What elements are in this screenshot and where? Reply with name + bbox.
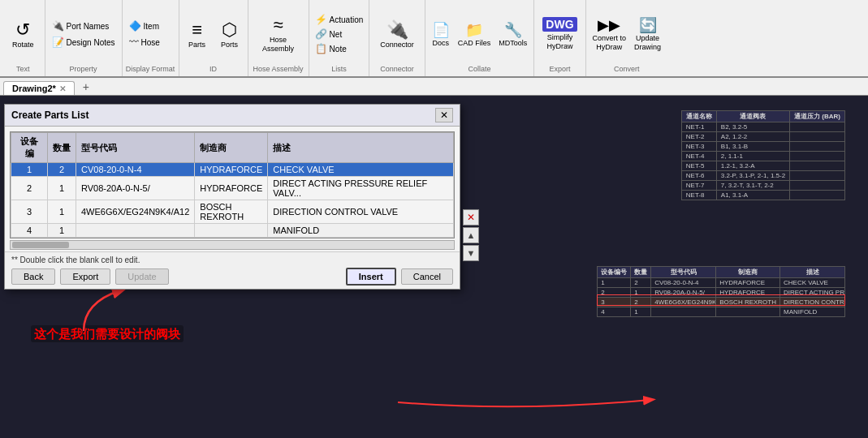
hose-assembly-group-label: Hose Assembly (253, 65, 304, 73)
create-parts-list-dialog: Create Parts List ✕ 设备编 数量 型号代码 制造商 描述 (4, 104, 460, 290)
dialog-close-btn[interactable]: ✕ (435, 108, 453, 122)
rotate-btn[interactable]: ↺ Rotate (6, 3, 40, 65)
docs-btn[interactable]: 📄 Docs (429, 19, 453, 49)
manifold-arrow-svg (80, 286, 145, 335)
side-scroll-panel: ✕ ▲ ▼ (463, 209, 479, 261)
hose-btn[interactable]: 〰 Hose (126, 35, 175, 49)
design-notes-btn[interactable]: 📝 Design Notes (49, 35, 119, 49)
note-btn[interactable]: 📋 Note (313, 42, 366, 55)
property-group: 🔌 Port Names 📝 Design Notes Property (45, 0, 123, 76)
ribbon: ↺ Rotate Text 🔌 Port Names 📝 Design Note… (0, 0, 868, 78)
drawing2-tab[interactable]: Drawing2* ✕ (3, 81, 75, 95)
network-table-container: 通道名称 通道阀表 通道压力 (BAR) NET-1B2, 3.2-5NET-2… (681, 110, 845, 200)
lists-group: ⚡ Actuation 🔗 Net 📋 Note Lists (309, 0, 370, 76)
main-area: 通道名称 通道阀表 通道压力 (BAR) NET-1B2, 3.2-5NET-2… (0, 96, 868, 438)
back-btn[interactable]: Back (11, 268, 55, 285)
collate-group: 📄 Docs 📁 CAD Files 🔧 MDTools Collate (425, 0, 535, 76)
net-btn[interactable]: 🔗 Net (313, 28, 366, 41)
dialog-footer: ** Double click the blank cell to edit. … (5, 251, 460, 289)
parts-cad-table-container: 设备编号 数量 型号代码 制造商 描述 12CV08-20-0-N-4HYDRA… (597, 266, 845, 317)
convert-group: ▶▶ Convert toHyDraw 🔄 UpdateDrawing Conv… (586, 0, 668, 76)
convert-to-hydraw-btn[interactable]: ▶▶ Convert toHyDraw (589, 15, 630, 54)
cancel-btn[interactable]: Cancel (401, 268, 453, 285)
manifold-annotation: 这个是我们需要设计的阀块 (31, 327, 184, 342)
hose-assembly-group: ≈ HoseAssembly Hose Assembly (248, 0, 309, 76)
side-close-btn[interactable]: ✕ (463, 209, 479, 225)
actuation-btn[interactable]: ⚡ Actuation (313, 13, 366, 26)
id-group-label: ID (183, 65, 244, 73)
export-btn[interactable]: Export (60, 268, 110, 285)
table-row[interactable]: 12CV08-20-0-N-4HYDRAFORCECHECK VALVE (11, 163, 454, 177)
network-table: 通道名称 通道阀表 通道压力 (BAR) NET-1B2, 3.2-5NET-2… (681, 110, 845, 200)
rotate-label: Rotate (12, 41, 34, 49)
hscroll-thumb[interactable] (12, 242, 69, 248)
parts-cad-table: 设备编号 数量 型号代码 制造商 描述 12CV08-20-0-N-4HYDRA… (597, 266, 845, 317)
hscroll[interactable] (10, 240, 455, 250)
update-drawing-btn[interactable]: 🔄 UpdateDrawing (631, 15, 664, 54)
dialog-title: Create Parts List (11, 110, 89, 121)
parts-table-wrapper: 设备编 数量 型号代码 制造商 描述 12CV08-20-0-N-4HYDRAF… (10, 131, 455, 238)
text-group: ↺ Rotate Text (2, 0, 45, 76)
side-up-btn[interactable]: ▲ (463, 227, 479, 243)
connector-group: 🔌 Connector Connector (369, 0, 425, 76)
property-group-label: Property (49, 65, 119, 73)
lists-group-label: Lists (313, 65, 366, 73)
status-text: ** Double click the blank cell to edit. (11, 256, 453, 264)
add-tab[interactable]: + (76, 79, 96, 95)
dialog-body: 设备编 数量 型号代码 制造商 描述 12CV08-20-0-N-4HYDRAF… (5, 127, 460, 251)
export-group-label: Export (539, 65, 580, 73)
port-names-btn[interactable]: 🔌 Port Names (49, 19, 119, 33)
cad-files-btn[interactable]: 📁 CAD Files (455, 19, 494, 49)
id-group: ≡ Parts ⬡ Ports ID (179, 0, 248, 76)
tab-bar: Drawing2* ✕ + (0, 78, 868, 96)
ports-btn[interactable]: ⬡ Ports (215, 15, 244, 53)
parts-table: 设备编 数量 型号代码 制造商 描述 12CV08-20-0-N-4HYDRAF… (11, 132, 454, 238)
dialog-title-bar[interactable]: Create Parts List ✕ (5, 105, 460, 127)
export-group: DWG SimplifyHyDraw Export (534, 0, 585, 76)
parts-btn[interactable]: ≡ Parts (183, 15, 212, 53)
mdtools-btn[interactable]: 🔧 MDTools (495, 19, 530, 49)
table-row[interactable]: 314WE6G6X/EG24N9K4/A12BOSCH REXROTHDIREC… (11, 200, 454, 224)
item-btn[interactable]: 🔷 Item (126, 19, 175, 33)
collate-group-label: Collate (429, 65, 531, 73)
tab-close-icon[interactable]: ✕ (59, 84, 66, 93)
button-row: Back Export Update Insert Cancel (11, 268, 453, 286)
side-down-btn[interactable]: ▼ (463, 245, 479, 261)
display-format-group: 🔷 Item 〰 Hose Display Format (123, 0, 179, 76)
table-row[interactable]: 21RV08-20A-0-N-5/HYDRAFORCEDIRECT ACTING… (11, 177, 454, 200)
convert-group-label: Convert (589, 65, 665, 73)
display-format-group-label: Display Format (126, 65, 175, 73)
update-btn[interactable]: Update (115, 268, 168, 285)
connector-btn[interactable]: 🔌 Connector (374, 3, 420, 65)
simplify-btn[interactable]: DWG SimplifyHyDraw (539, 3, 580, 65)
table-row[interactable]: 41MANIFOLD (11, 224, 454, 238)
connector-group-label: Connector (374, 65, 420, 73)
insert-btn[interactable]: Insert (346, 268, 396, 286)
hose-assembly-btn[interactable]: ≈ HoseAssembly (253, 3, 304, 65)
text-group-label: Text (16, 65, 30, 73)
